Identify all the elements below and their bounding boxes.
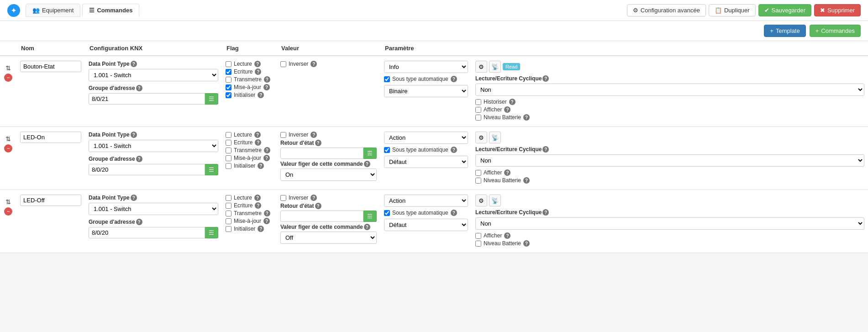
groupe-btn-2[interactable]: ☰: [205, 164, 218, 175]
inverser-help-2[interactable]: ?: [310, 132, 317, 138]
cyclique-help-1[interactable]: ?: [542, 75, 549, 82]
read-badge-1[interactable]: Read: [503, 63, 520, 70]
flag-ecriture-help-3[interactable]: ?: [255, 202, 261, 209]
dpt-select-2[interactable]: 1.001 - Switch: [89, 140, 218, 152]
dpt-help-icon-2[interactable]: ?: [131, 132, 137, 138]
valeur-figer-help-2[interactable]: ?: [364, 161, 370, 167]
settings-icon-btn-3[interactable]: ⚙: [475, 195, 487, 206]
afficher-cb-3[interactable]: [475, 233, 481, 239]
niveau-batterie-cb-1[interactable]: [475, 115, 481, 121]
flag-lecture-help-3[interactable]: ?: [254, 195, 261, 201]
flag-transmettre-2[interactable]: [226, 148, 231, 153]
parametre-type-2[interactable]: Action: [384, 132, 468, 144]
supprimer-button[interactable]: ✖ Supprimer: [814, 4, 861, 16]
flag-miseajour-3[interactable]: [226, 218, 231, 224]
rss-icon-btn-3[interactable]: 📡: [489, 195, 501, 206]
flag-transmettre-3[interactable]: [226, 211, 231, 216]
flag-ecriture-1[interactable]: [226, 69, 231, 75]
inverser-3[interactable]: [280, 195, 286, 201]
flag-miseajour-2[interactable]: [226, 155, 231, 161]
flag-transmettre-help-3[interactable]: ?: [264, 210, 270, 216]
dupliquer-button[interactable]: 📋 Dupliquer: [709, 4, 756, 16]
inverser-help-1[interactable]: ?: [310, 61, 317, 67]
retour-etat-help-3[interactable]: ?: [315, 203, 321, 209]
retour-etat-btn-3[interactable]: ☰: [363, 211, 377, 222]
afficher-cb-2[interactable]: [475, 170, 481, 176]
afficher-help-2[interactable]: ?: [504, 169, 510, 176]
delete-button-2[interactable]: −: [4, 144, 12, 153]
groupe-help-icon-3[interactable]: ?: [136, 219, 142, 225]
inverser-2[interactable]: [280, 132, 286, 138]
settings-icon-btn-2[interactable]: ⚙: [475, 132, 487, 143]
inverser-1[interactable]: [280, 61, 286, 67]
afficher-help-3[interactable]: ?: [504, 232, 510, 239]
parametre-type-1[interactable]: Info: [384, 61, 468, 73]
niveau-batterie-help-3[interactable]: ?: [523, 240, 530, 247]
flag-initialiser-help-2[interactable]: ?: [258, 163, 264, 169]
flag-miseajour-help-2[interactable]: ?: [263, 155, 270, 161]
afficher-cb-1[interactable]: [475, 107, 481, 113]
rss-icon-btn-2[interactable]: 📡: [489, 132, 501, 143]
flag-lecture-help-2[interactable]: ?: [254, 132, 261, 138]
retour-etat-btn-2[interactable]: ☰: [363, 148, 377, 159]
groupe-btn-3[interactable]: ☰: [205, 227, 218, 238]
cyclique-help-2[interactable]: ?: [542, 146, 549, 153]
niveau-batterie-help-2[interactable]: ?: [523, 177, 530, 184]
cyclique-help-3[interactable]: ?: [542, 209, 549, 216]
sort-icon-1[interactable]: ⇅: [5, 64, 11, 72]
defaut-select-2[interactable]: Défaut: [384, 156, 468, 168]
rss-icon-btn-1[interactable]: 📡: [489, 61, 501, 73]
flag-miseajour-help-1[interactable]: ?: [263, 84, 270, 90]
niveau-batterie-help-1[interactable]: ?: [523, 114, 530, 121]
dpt-select-1[interactable]: 1.001 - Switch: [89, 69, 218, 81]
valeur-figer-help-3[interactable]: ?: [364, 224, 370, 230]
flag-lecture-2[interactable]: [226, 132, 231, 138]
defaut-select-3[interactable]: Défaut: [384, 219, 468, 231]
tab-commandes[interactable]: ☰ Commandes: [82, 4, 139, 17]
groupe-input-3[interactable]: [89, 227, 205, 238]
flag-ecriture-3[interactable]: [226, 203, 231, 209]
flag-ecriture-2[interactable]: [226, 140, 231, 146]
flag-ecriture-help-2[interactable]: ?: [255, 139, 261, 146]
historiser-help-1[interactable]: ?: [509, 99, 516, 105]
sous-type-help-1[interactable]: ?: [451, 76, 457, 82]
tab-equipement[interactable]: 👥 Equipement: [26, 4, 80, 17]
retour-etat-input-2[interactable]: [280, 148, 363, 159]
inverser-help-3[interactable]: ?: [310, 195, 317, 201]
groupe-help-icon-1[interactable]: ?: [136, 85, 142, 91]
nom-input-1[interactable]: [20, 61, 81, 72]
flag-transmettre-1[interactable]: [226, 77, 231, 83]
cyclique-select-3[interactable]: Non: [475, 217, 864, 230]
sous-type-auto-2[interactable]: [384, 147, 390, 153]
dpt-select-3[interactable]: 1.001 - Switch: [89, 203, 218, 215]
groupe-input-2[interactable]: [89, 164, 205, 175]
dpt-help-icon-3[interactable]: ?: [131, 195, 137, 201]
cyclique-select-2[interactable]: Non: [475, 154, 864, 167]
niveau-batterie-cb-3[interactable]: [475, 241, 481, 247]
flag-lecture-help-1[interactable]: ?: [254, 61, 261, 67]
template-button[interactable]: + Template: [764, 25, 805, 37]
flag-lecture-1[interactable]: [226, 61, 231, 67]
retour-etat-input-3[interactable]: [280, 211, 363, 222]
valeur-figer-select-2[interactable]: On Off: [280, 169, 377, 181]
nom-input-2[interactable]: [20, 132, 81, 143]
flag-miseajour-1[interactable]: [226, 84, 231, 90]
niveau-batterie-cb-2[interactable]: [475, 178, 481, 184]
flag-initialiser-3[interactable]: [226, 226, 231, 232]
flag-initialiser-2[interactable]: [226, 163, 231, 169]
flag-transmettre-help-1[interactable]: ?: [264, 76, 270, 83]
sous-type-help-2[interactable]: ?: [451, 147, 457, 153]
flag-miseajour-help-3[interactable]: ?: [263, 218, 270, 224]
flag-ecriture-help-1[interactable]: ?: [255, 69, 261, 75]
config-avancee-button[interactable]: ⚙ Configuration avancée: [627, 4, 706, 16]
groupe-btn-1[interactable]: ☰: [205, 93, 218, 105]
historiser-cb-1[interactable]: [475, 99, 481, 105]
sauvegarder-button[interactable]: ✔ Sauvegarder: [758, 4, 811, 16]
flag-lecture-3[interactable]: [226, 195, 231, 201]
groupe-input-1[interactable]: [89, 93, 205, 105]
delete-button-3[interactable]: −: [4, 207, 12, 216]
sous-type-auto-3[interactable]: [384, 210, 390, 216]
settings-icon-btn-1[interactable]: ⚙: [475, 61, 487, 73]
add-commandes-button[interactable]: + Commandes: [810, 25, 861, 37]
groupe-help-icon-2[interactable]: ?: [136, 156, 142, 162]
